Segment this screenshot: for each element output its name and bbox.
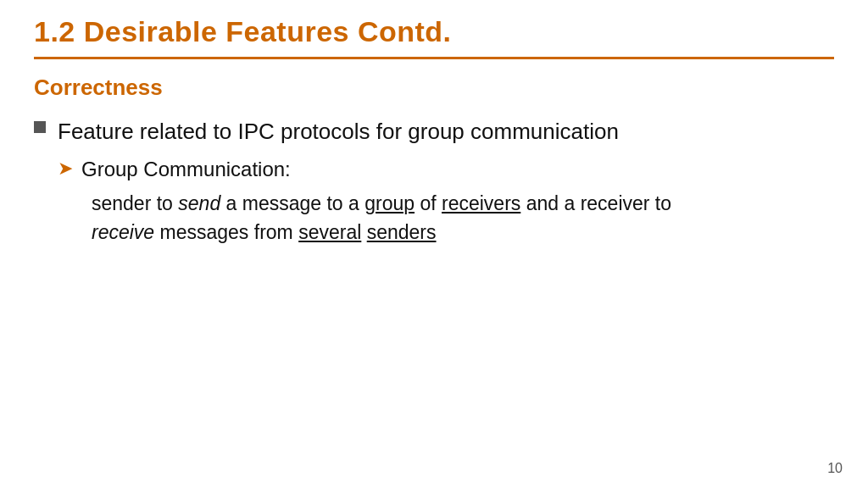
underline-several: several <box>298 221 361 243</box>
underline-receivers: receivers <box>442 192 520 214</box>
slide: 1.2 Desirable Features Contd. Correctnes… <box>0 0 868 488</box>
bullet-square-icon <box>34 121 46 133</box>
italic-send: send <box>178 192 220 214</box>
page-number: 10 <box>827 461 843 476</box>
section-heading: Correctness <box>34 75 834 101</box>
sub-item-label: Group Communication: <box>81 155 291 184</box>
indent-line-1: sender to send a message to a group of r… <box>92 189 834 219</box>
slide-header: 1.2 Desirable Features Contd. <box>0 0 868 57</box>
list-item: Feature related to IPC protocols for gro… <box>34 116 834 147</box>
underline-senders: senders <box>367 221 437 243</box>
main-bullet-list: Feature related to IPC protocols for gro… <box>34 116 834 147</box>
slide-title: 1.2 Desirable Features Contd. <box>34 15 834 48</box>
underline-group: group <box>364 192 415 214</box>
bullet-text: Feature related to IPC protocols for gro… <box>58 116 619 147</box>
indent-line-2: receive messages from several senders <box>92 218 834 247</box>
italic-receive: receive <box>92 221 154 243</box>
arrow-right-icon: ➤ <box>58 158 73 180</box>
slide-content: Correctness Feature related to IPC proto… <box>0 59 868 247</box>
sub-bullet-list: ➤ Group Communication: <box>58 155 834 184</box>
indent-block: sender to send a message to a group of r… <box>92 189 834 247</box>
sub-list-item: ➤ Group Communication: <box>58 155 834 184</box>
